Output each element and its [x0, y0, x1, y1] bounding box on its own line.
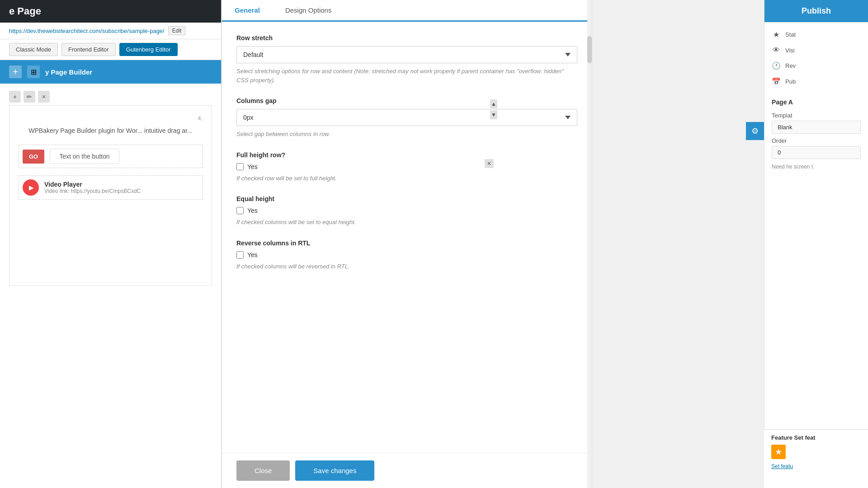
- set-feature-link[interactable]: Set featu: [771, 463, 793, 469]
- full-height-checkbox-row: Yes: [236, 163, 577, 170]
- revisions-row[interactable]: 🕐 Rev: [764, 58, 868, 74]
- tab-general[interactable]: General: [222, 0, 273, 22]
- visibility-label: Visi: [785, 47, 795, 54]
- equal-height-yes-label[interactable]: Yes: [247, 207, 258, 214]
- scrollbar-thumb[interactable]: [587, 36, 592, 63]
- builder-title: y Page Builder: [45, 68, 92, 76]
- reverse-rtl-checkbox[interactable]: [236, 251, 244, 258]
- columns-gap-label: Columns gap: [236, 97, 577, 104]
- tab-frontend-editor[interactable]: Frontend Editor: [61, 43, 116, 56]
- order-input[interactable]: [772, 146, 861, 159]
- left-area: e Page https://dev.thewebsitearchitect.c…: [0, 0, 222, 488]
- sidebar-icons: ★ Stat 👁 Visi 🕐 Rev 📅 Pub: [764, 22, 868, 94]
- full-height-hint: If checked row will be set to full heigh…: [236, 174, 577, 183]
- template-label: Templat: [764, 110, 868, 121]
- save-changes-button[interactable]: Save changes: [295, 460, 374, 481]
- publish-button-area[interactable]: Publish: [764, 0, 868, 22]
- chevron-down-icon: ▼: [491, 112, 496, 118]
- add-section-button[interactable]: +: [9, 66, 22, 78]
- plus-icon: +: [13, 93, 17, 100]
- reverse-rtl-hint: If checked columns will be reversed in R…: [236, 262, 577, 271]
- row-stretch-select[interactable]: Default: [236, 46, 577, 63]
- reverse-rtl-section: Reverse columns in RTL Yes If checked co…: [236, 239, 577, 271]
- modal-panel: General Design Options Row stretch Defau…: [222, 0, 592, 488]
- full-height-checkbox[interactable]: [236, 163, 244, 170]
- page-number: 4,: [19, 115, 203, 122]
- visibility-row[interactable]: 👁 Visi: [764, 42, 868, 58]
- layout-icon-button[interactable]: ⊞: [27, 66, 40, 78]
- reverse-rtl-label: Reverse columns in RTL: [236, 239, 577, 247]
- plus-icon: +: [13, 67, 18, 77]
- close-button[interactable]: Close: [236, 460, 290, 481]
- equal-height-label: Equal height: [236, 195, 577, 202]
- video-title: Video Player: [44, 181, 141, 188]
- reverse-rtl-checkbox-row: Yes: [236, 251, 577, 258]
- template-value: Blank: [772, 121, 861, 134]
- canvas-area: + ✏ × 4, WPBakery Page Builder plugin fo…: [0, 84, 221, 291]
- right-sidebar: Publish ★ Stat 👁 Visi 🕐 Rev 📅 Pub Page A…: [764, 0, 868, 488]
- modal-scrollbar[interactable]: [587, 0, 592, 488]
- equal-height-checkbox[interactable]: [236, 207, 244, 214]
- columns-gap-hint: Select gap between columns in row.: [236, 130, 577, 139]
- add-row-button[interactable]: +: [9, 91, 21, 103]
- modal-tabs: General Design Options: [222, 0, 592, 22]
- tab-design-options[interactable]: Design Options: [273, 0, 344, 22]
- play-button[interactable]: [23, 179, 39, 196]
- row-stretch-hint: Select stretching options for row and co…: [236, 67, 577, 84]
- grid-icon: ⊞: [31, 68, 37, 76]
- equal-height-section: Equal height Yes If checked columns will…: [236, 195, 577, 227]
- status-row[interactable]: ★ Stat: [764, 27, 868, 42]
- modal-body: Row stretch Default Select stretching op…: [222, 22, 592, 453]
- video-element-row: Video Player Video link: https://youtu.b…: [19, 175, 203, 200]
- plugin-text: WPBakery Page Builder plugin for Wor... …: [19, 126, 203, 136]
- panel-close-button[interactable]: ✕: [485, 159, 494, 168]
- button-text-label: Text on the button: [50, 149, 119, 164]
- note-text: Need he screen t: [764, 159, 868, 174]
- order-label: Order: [764, 134, 868, 146]
- row-controls: + ✏ ×: [5, 88, 217, 105]
- full-height-section: Full height row? Yes If checked row will…: [236, 151, 577, 183]
- tab-classic-mode[interactable]: Classic Mode: [9, 43, 58, 56]
- reverse-rtl-yes-label[interactable]: Yes: [247, 251, 258, 258]
- publish-button[interactable]: Publish: [802, 6, 831, 15]
- page-url-link[interactable]: https://dev.thewebsitearchitect.com/subs…: [9, 28, 165, 34]
- clock-icon: 🕐: [772, 61, 781, 70]
- equal-height-hint: If checked columns will be set to equal …: [236, 218, 577, 227]
- edit-row-button[interactable]: ✏: [24, 91, 35, 103]
- page-title-bar: e Page: [0, 0, 221, 23]
- full-height-label: Full height row?: [236, 151, 577, 159]
- status-label: Stat: [785, 31, 796, 38]
- builder-header: + ⊞ y Page Builder: [0, 60, 221, 84]
- edit-icon: ✏: [27, 93, 32, 100]
- columns-gap-select[interactable]: 0px: [236, 109, 577, 126]
- editor-tabs: Classic Mode Frontend Editor Gutenberg E…: [0, 39, 221, 60]
- scroll-up-button[interactable]: ▲: [490, 99, 497, 108]
- feature-section: Feature Set feat ★ Set featu: [764, 429, 868, 488]
- scroll-down-button[interactable]: ▼: [490, 110, 497, 119]
- canvas-content: 4, WPBakery Page Builder plugin for Wor.…: [9, 105, 212, 286]
- close-x-icon: ✕: [487, 160, 491, 167]
- go-button[interactable]: GO: [23, 150, 44, 164]
- row-stretch-section: Row stretch Default Select stretching op…: [236, 34, 577, 84]
- calendar-icon: 📅: [772, 77, 781, 86]
- gear-icon: ⚙: [751, 126, 759, 136]
- revisions-label: Rev: [785, 62, 796, 69]
- columns-gap-section: Columns gap 0px Select gap between colum…: [236, 97, 577, 139]
- tab-gutenberg-editor[interactable]: Gutenberg Editor: [119, 43, 178, 56]
- full-height-yes-label[interactable]: Yes: [247, 163, 258, 170]
- button-element-row: GO Text on the button: [19, 145, 203, 168]
- video-link: Video link: https://youtu.be/CmpsBCxdC: [44, 188, 141, 194]
- edit-url-button[interactable]: Edit: [168, 26, 186, 35]
- equal-height-checkbox-row: Yes: [236, 207, 577, 214]
- chevron-up-icon: ▲: [491, 101, 496, 107]
- settings-gear-button[interactable]: ⚙: [746, 122, 764, 140]
- page-attributes-title: Page A: [764, 94, 868, 110]
- publish-date-row[interactable]: 📅 Pub: [764, 74, 868, 89]
- publish2-label: Pub: [785, 78, 796, 85]
- url-bar: https://dev.thewebsitearchitect.com/subs…: [0, 23, 221, 39]
- star-icon: ★: [772, 30, 781, 39]
- close-icon: ×: [42, 93, 46, 100]
- feature-title: Feature Set feat: [771, 434, 861, 441]
- eye-icon: 👁: [772, 46, 781, 54]
- delete-row-button[interactable]: ×: [38, 91, 50, 103]
